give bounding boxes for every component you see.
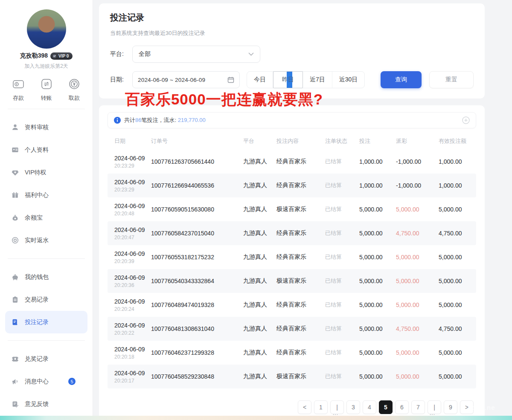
page-button[interactable]: 4 [363, 400, 376, 414]
page-button[interactable]: 3 [346, 400, 360, 414]
sidebar-item-label: 福利中心 [25, 191, 81, 199]
date-range-value: 2024-06-09 ~ 2024-06-09 [138, 77, 224, 83]
pagination: <1|34567|9> [108, 388, 476, 420]
page-button[interactable]: < [298, 400, 311, 414]
transfer-button[interactable]: 转账 [39, 77, 54, 102]
sidebar-item-label: 我的钱包 [25, 273, 81, 281]
page-button[interactable]: 7 [411, 400, 425, 414]
cell-status: 已结算 [325, 325, 359, 333]
col-header-platform: 平台 [243, 137, 276, 145]
cell-date-time: 20:20:48 [114, 211, 151, 217]
sidebar-item-messages[interactable]: 消息中心 5 [5, 370, 87, 393]
quick-range-group: 今日 昨日 近7日 近30日 [247, 71, 365, 88]
cell-order-number: 1007760584237015040 [151, 230, 243, 237]
cell-date-time: 20:20:17 [114, 378, 151, 384]
page-button[interactable]: 9 [444, 400, 457, 414]
transfer-icon [39, 77, 54, 91]
cell-bet-content: 经典百家乐 [276, 349, 325, 356]
cell-bet-amount: 5,000.00 [359, 373, 396, 380]
sidebar-item-profile[interactable]: 个人资料 [5, 139, 87, 161]
cell-platform: 九游真人 [243, 277, 276, 285]
cell-status: 已结算 [325, 301, 359, 309]
cell-date: 2024-06-09 20:20:22 [114, 322, 151, 336]
sidebar-item-wallet[interactable]: 我的钱包 [5, 266, 87, 288]
cell-platform: 九游真人 [243, 182, 276, 189]
cell-date-time: 20:20:18 [114, 354, 151, 360]
watermark: soqu.ne [468, 404, 495, 411]
money-bag-icon [11, 214, 19, 222]
cell-date-day: 2024-06-09 [114, 298, 151, 305]
deposit-card-icon [11, 77, 26, 91]
ticket-icon [11, 355, 19, 363]
page-button[interactable]: 6 [395, 400, 409, 414]
page-subtitle: 当前系统支持查询最近30日的投注记录 [110, 29, 474, 37]
cell-bet-amount: 5,000.00 [359, 301, 396, 308]
quick-today-button[interactable]: 今日 [247, 72, 273, 88]
sidebar-item-vip[interactable]: VIP特权 [5, 161, 87, 184]
page-button[interactable]: 5 [379, 400, 393, 414]
piggy-bank-icon [11, 273, 19, 281]
feedback-pen-icon [11, 400, 19, 408]
table-row: 2024-06-09 20:20:48 1007760590515630080 … [108, 197, 476, 221]
sidebar-item-transactions[interactable]: 交易记录 [5, 288, 87, 311]
reset-button[interactable]: 重置 [429, 71, 474, 88]
cell-bet-content: 经典百家乐 [276, 182, 325, 189]
quick-today-label: 今日 [254, 76, 266, 84]
sidebar-item-rebate[interactable]: 实时返水 [5, 229, 87, 252]
cell-date-time: 20:20:36 [114, 282, 151, 288]
cell-date-day: 2024-06-09 [114, 226, 151, 233]
cell-bet-amount: 5,000.00 [359, 230, 396, 237]
summary-count: 86 [135, 117, 141, 123]
menu-group-3: 兑奖记录 消息中心 5 意见反馈 帮助中心 [5, 348, 87, 420]
platform-select[interactable]: 全部 [132, 46, 260, 63]
background-gutter [485, 0, 512, 420]
search-button[interactable]: 查询 [381, 71, 422, 88]
cell-date: 2024-06-09 20:20:18 [114, 346, 151, 360]
cell-valid-bet: 4,750.00 [439, 325, 469, 332]
quick-30d-label: 近30日 [339, 76, 358, 84]
quick-7d-button[interactable]: 近7日 [303, 72, 332, 88]
quick-yesterday-label: 昨日 [282, 76, 294, 84]
cell-status: 已结算 [325, 373, 359, 380]
deposit-button[interactable]: 存款 [11, 77, 26, 102]
cell-date-day: 2024-06-09 [114, 155, 151, 162]
sidebar-item-bet-records[interactable]: 投注记录 [5, 311, 87, 333]
cell-date: 2024-06-09 20:20:24 [114, 298, 151, 312]
sidebar-item-label: 意见反馈 [25, 400, 81, 408]
cell-valid-bet: 5,000.00 [439, 254, 469, 261]
page-button[interactable]: 1 [314, 400, 328, 414]
cell-status: 已结算 [325, 158, 359, 165]
cell-valid-bet: 1,000.00 [439, 182, 469, 189]
sidebar-item-yuebao[interactable]: 余额宝 [5, 206, 87, 229]
avatar[interactable] [27, 9, 66, 49]
cell-payout: -1,000.00 [396, 158, 439, 165]
quick-yesterday-button[interactable]: 昨日 [273, 71, 303, 88]
expand-plus-icon[interactable] [462, 116, 470, 124]
id-card-icon [11, 146, 19, 154]
sidebar-item-prizes[interactable]: 兑奖记录 [5, 348, 87, 370]
cell-bet-amount: 1,000.00 [359, 182, 396, 189]
cell-bet-content: 经典百家乐 [276, 325, 325, 333]
vip-badge: VIP 0 [50, 52, 73, 60]
table-row: 2024-06-09 20:20:17 1007760458529230848 … [108, 365, 476, 388]
cell-order-number: 1007760462371299328 [151, 349, 243, 356]
pagination-ellipsis-mark: ... [333, 410, 338, 416]
cell-date-day: 2024-06-09 [114, 322, 151, 329]
cell-platform: 九游真人 [243, 253, 276, 261]
summary-bar: 共计86笔投注，流水: 219,770.00 [108, 112, 476, 128]
sidebar-item-feedback[interactable]: 意见反馈 [5, 393, 87, 415]
cell-status: 已结算 [325, 229, 359, 237]
sidebar-item-audit[interactable]: 资料审核 [5, 116, 87, 139]
cell-valid-bet: 5,000.00 [439, 373, 469, 380]
cell-date: 2024-06-09 20:23:29 [114, 155, 151, 169]
cell-bet-amount: 1,000.00 [359, 158, 396, 165]
cell-date: 2024-06-09 20:23:29 [114, 179, 151, 193]
cell-order-number: 1007760458529230848 [151, 373, 243, 380]
cell-valid-bet: 1,000.00 [439, 158, 469, 165]
cell-order-number: 1007761263705661440 [151, 158, 243, 165]
date-range-picker[interactable]: 2024-06-09 ~ 2024-06-09 [132, 71, 240, 88]
quick-30d-button[interactable]: 近30日 [332, 72, 365, 88]
vip-badge-label: VIP 0 [58, 54, 69, 58]
cell-platform: 九游真人 [243, 206, 276, 213]
sidebar-item-welfare[interactable]: 福利中心 [5, 184, 87, 206]
